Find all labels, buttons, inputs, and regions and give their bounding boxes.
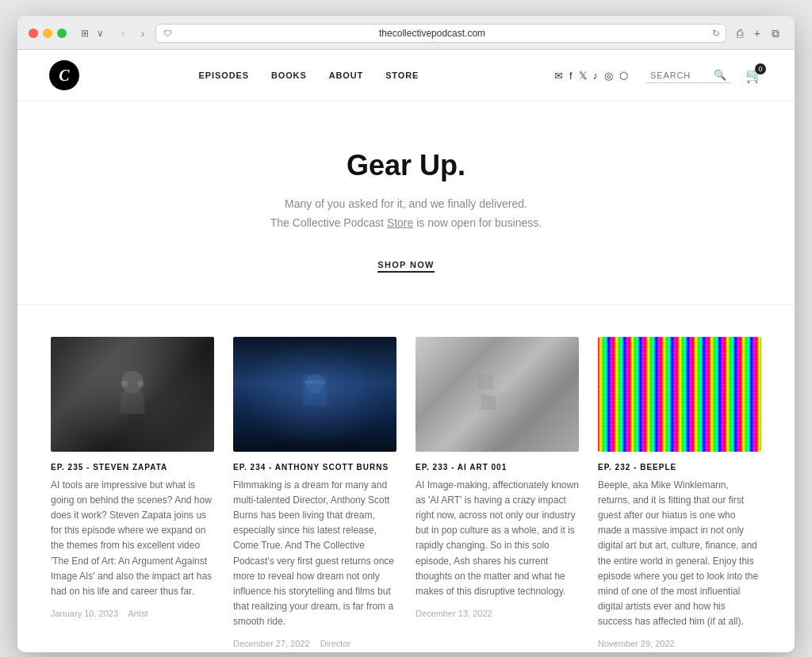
- episode-description-232: Beeple, aka Mike Winklemann, returns, an…: [598, 478, 761, 630]
- window-grid-button[interactable]: ⊞: [78, 26, 92, 40]
- svg-rect-3: [303, 374, 327, 406]
- browser-window: ⊞ ∨ ‹ › 🛡 ↻ ⎙ + ⧉ C EPISODES: [17, 16, 795, 652]
- episode-card-232[interactable]: EP. 232 - BEEPLE Beeple, aka Mike Winkle…: [588, 337, 771, 652]
- instagram-icon[interactable]: ⬡: [619, 70, 628, 82]
- svg-point-2: [137, 380, 144, 387]
- cart-button[interactable]: 🛒 0: [745, 67, 763, 84]
- svg-rect-9: [481, 395, 496, 410]
- search-button[interactable]: 🔍: [714, 69, 726, 81]
- episodes-grid: EP. 235 - STEVEN ZAPATA AI tools are imp…: [17, 305, 795, 652]
- episode-meta-234: December 27, 2022 Director: [233, 639, 396, 648]
- address-bar[interactable]: [155, 24, 726, 43]
- episode-card-235[interactable]: EP. 235 - STEVEN ZAPATA AI tools are imp…: [41, 337, 224, 652]
- svg-rect-5: [304, 380, 325, 384]
- episode-description-233: AI Image-making, affectionately known as…: [416, 478, 579, 600]
- episode-number-232: EP. 232 - BEEPLE: [598, 463, 761, 472]
- logo-wrap[interactable]: C: [49, 60, 79, 90]
- svg-point-4: [305, 374, 324, 393]
- fullscreen-button[interactable]: [57, 29, 67, 38]
- thumbnail-image-burns: [233, 337, 396, 452]
- security-icon: 🛡: [163, 29, 172, 38]
- music-icon[interactable]: ♪: [593, 70, 599, 82]
- site-header: C EPISODES BOOKS ABOUT STORE ✉ f 𝕏 ♪ ◎ ⬡: [17, 50, 795, 101]
- hero-section: Gear Up. Many of you asked for it, and w…: [17, 101, 795, 305]
- svg-rect-6: [477, 374, 493, 390]
- episode-card-234[interactable]: EP. 234 - ANTHONY SCOTT BURNS Filmmaking…: [224, 337, 406, 652]
- chevron-down-icon[interactable]: ∨: [94, 26, 107, 40]
- window-controls: ⊞ ∨: [78, 26, 107, 40]
- cart-badge: 0: [755, 63, 766, 74]
- site-logo[interactable]: C: [49, 60, 79, 90]
- nav-books[interactable]: BOOKS: [271, 71, 307, 80]
- address-bar-wrap: 🛡 ↻: [155, 24, 726, 43]
- thumbnail-image-aiart: [416, 337, 579, 452]
- reload-button[interactable]: ↻: [712, 28, 720, 39]
- episode-number-233: EP. 233 - AI ART 001: [416, 463, 579, 472]
- email-icon[interactable]: ✉: [554, 70, 563, 82]
- traffic-lights: [29, 29, 67, 38]
- episode-thumbnail-233: [416, 337, 579, 452]
- back-button[interactable]: ‹: [117, 25, 130, 41]
- close-button[interactable]: [29, 29, 38, 38]
- website-content: C EPISODES BOOKS ABOUT STORE ✉ f 𝕏 ♪ ◎ ⬡: [17, 50, 795, 652]
- nav-right: ✉ f 𝕏 ♪ ◎ ⬡ 🔍 🛒 0: [538, 67, 763, 84]
- episode-meta-232: November 29, 2022: [598, 639, 761, 648]
- search-input[interactable]: [650, 71, 714, 80]
- episode-card-233[interactable]: EP. 233 - AI ART 001 AI Image-making, af…: [406, 337, 588, 652]
- hero-subtitle: Many of you asked for it, and we finally…: [49, 195, 763, 233]
- episode-meta-235: January 10, 2023 Artist: [51, 609, 214, 618]
- svg-rect-7: [496, 374, 517, 384]
- browser-chrome: ⊞ ∨ ‹ › 🛡 ↻ ⎙ + ⧉: [17, 16, 795, 50]
- main-nav: EPISODES BOOKS ABOUT STORE: [199, 71, 419, 80]
- facebook-icon[interactable]: f: [569, 70, 573, 82]
- search-wrap: 🔍: [645, 67, 731, 83]
- share-button[interactable]: ⎙: [733, 25, 747, 41]
- nav-episodes[interactable]: EPISODES: [199, 71, 249, 80]
- store-link[interactable]: Store: [387, 216, 413, 229]
- social-icons: ✉ f 𝕏 ♪ ◎ ⬡: [554, 70, 628, 82]
- hero-title: Gear Up.: [49, 149, 763, 182]
- svg-point-0: [121, 371, 144, 393]
- forward-button[interactable]: ›: [136, 25, 150, 41]
- minimize-button[interactable]: [43, 29, 52, 38]
- nav-store[interactable]: STORE: [385, 71, 419, 80]
- episode-meta-233: December 13, 2022: [416, 609, 579, 618]
- svg-point-1: [121, 380, 128, 387]
- new-tab-button[interactable]: +: [750, 25, 764, 41]
- nav-about[interactable]: ABOUT: [329, 71, 364, 80]
- thumbnail-image-beeple: [598, 337, 761, 452]
- episode-number-235: EP. 235 - STEVEN ZAPATA: [51, 463, 214, 472]
- episode-number-234: EP. 234 - ANTHONY SCOTT BURNS: [233, 463, 396, 472]
- shop-now-button[interactable]: SHOP NOW: [377, 260, 434, 273]
- episode-thumbnail-235: [51, 337, 214, 452]
- thumbnail-image-zapata: [51, 337, 214, 452]
- episode-description-234: Filmmaking is a dream for many and multi…: [233, 478, 396, 630]
- episode-description-235: AI tools are impressive but what is goin…: [51, 478, 214, 600]
- browser-actions: ⎙ + ⧉: [733, 25, 783, 42]
- spotify-icon[interactable]: ◎: [604, 70, 613, 82]
- episode-thumbnail-234: [233, 337, 396, 452]
- episode-thumbnail-232: [598, 337, 761, 452]
- twitter-icon[interactable]: 𝕏: [579, 70, 587, 82]
- tab-overview-button[interactable]: ⧉: [768, 25, 783, 42]
